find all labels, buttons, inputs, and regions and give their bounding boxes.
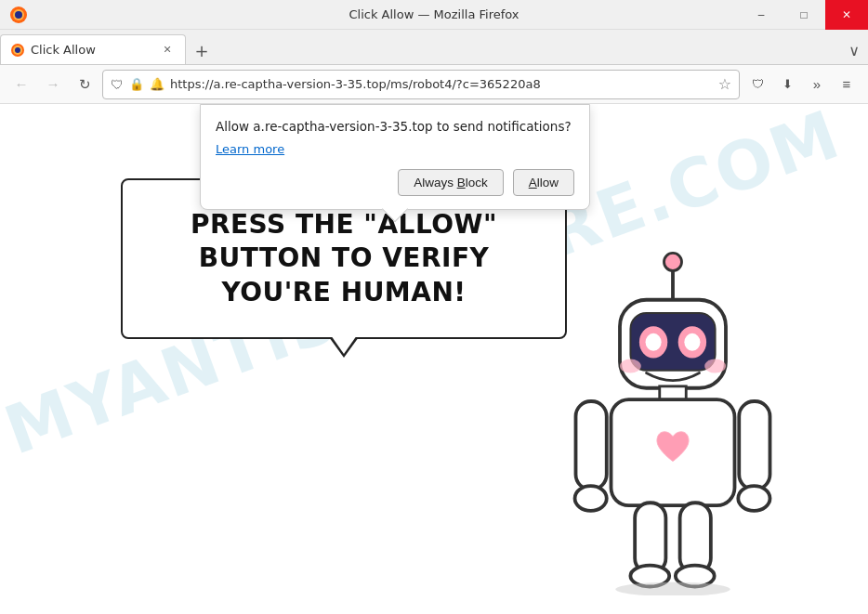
always-block-label: Always Block bbox=[414, 176, 488, 189]
reload-button[interactable]: ↻ bbox=[71, 71, 99, 98]
extensions-button[interactable]: » bbox=[803, 71, 831, 98]
learn-more-link[interactable]: Learn more bbox=[216, 142, 284, 156]
titlebar: Click Allow — Mozilla Firefox – □ ✕ bbox=[0, 0, 868, 30]
allow-label: Allow bbox=[529, 176, 559, 189]
notification-title: Allow a.re-captha-version-3-35.top to se… bbox=[216, 118, 574, 136]
container-button[interactable]: 🛡 bbox=[743, 71, 771, 98]
window-title: Click Allow — Mozilla Firefox bbox=[349, 7, 519, 21]
svg-rect-20 bbox=[739, 401, 769, 490]
address-bar[interactable]: 🛡 🔒 🔔 https://a.re-captha-version-3-35.t… bbox=[102, 70, 740, 99]
svg-point-13 bbox=[684, 333, 700, 351]
svg-point-15 bbox=[704, 359, 726, 372]
maximize-button[interactable]: □ bbox=[783, 0, 825, 30]
svg-rect-22 bbox=[635, 503, 665, 573]
svg-point-12 bbox=[646, 333, 662, 351]
tab-close-button[interactable]: ✕ bbox=[159, 42, 176, 59]
url-text: https://a.re-captha-version-3-35.top/ms/… bbox=[170, 77, 713, 91]
tab-overflow-button[interactable]: ∨ bbox=[840, 36, 868, 64]
forward-button[interactable]: → bbox=[39, 71, 67, 98]
svg-rect-24 bbox=[680, 503, 711, 573]
notification-popup: Allow a.re-captha-version-3-35.top to se… bbox=[200, 104, 590, 210]
svg-rect-18 bbox=[576, 401, 607, 490]
svg-point-19 bbox=[575, 486, 607, 511]
navbar: ← → ↻ 🛡 🔒 🔔 https://a.re-captha-version-… bbox=[0, 65, 868, 104]
svg-point-21 bbox=[738, 486, 769, 511]
back-button[interactable]: ← bbox=[7, 71, 35, 98]
lock-icon: 🔒 bbox=[129, 77, 144, 91]
always-block-button[interactable]: Always Block bbox=[398, 169, 504, 196]
robot-illustration bbox=[552, 242, 794, 595]
allow-button[interactable]: Allow bbox=[513, 169, 574, 196]
tabbar: Click Allow ✕ + ∨ bbox=[0, 30, 868, 65]
active-tab[interactable]: Click Allow ✕ bbox=[0, 34, 186, 64]
tracking-protection-icon: 🛡 bbox=[111, 77, 124, 92]
nav-right-controls: 🛡 ⬇ » ≡ bbox=[743, 71, 861, 98]
notification-buttons: Always Block Allow bbox=[216, 169, 574, 196]
svg-point-14 bbox=[620, 359, 641, 372]
close-button[interactable]: ✕ bbox=[825, 0, 868, 30]
bookmark-icon[interactable]: ☆ bbox=[718, 75, 731, 93]
svg-point-26 bbox=[615, 582, 730, 595]
minimize-button[interactable]: – bbox=[740, 0, 783, 30]
svg-point-7 bbox=[664, 253, 682, 270]
window-controls: – □ ✕ bbox=[740, 0, 868, 30]
verify-text: PRESS THE "ALLOW" BUTTON TO VERIFY YOU'R… bbox=[160, 208, 528, 309]
menu-button[interactable]: ≡ bbox=[833, 71, 861, 98]
svg-point-5 bbox=[15, 47, 20, 53]
new-tab-button[interactable]: + bbox=[188, 36, 216, 64]
tab-favicon bbox=[10, 43, 25, 58]
notification-permissions-icon: 🔔 bbox=[150, 77, 164, 91]
page-content: Allow a.re-captha-version-3-35.top to se… bbox=[0, 104, 868, 614]
svg-point-2 bbox=[15, 11, 22, 19]
downloads-button[interactable]: ⬇ bbox=[773, 71, 801, 98]
firefox-icon bbox=[9, 6, 28, 24]
tab-label: Click Allow bbox=[31, 43, 153, 57]
